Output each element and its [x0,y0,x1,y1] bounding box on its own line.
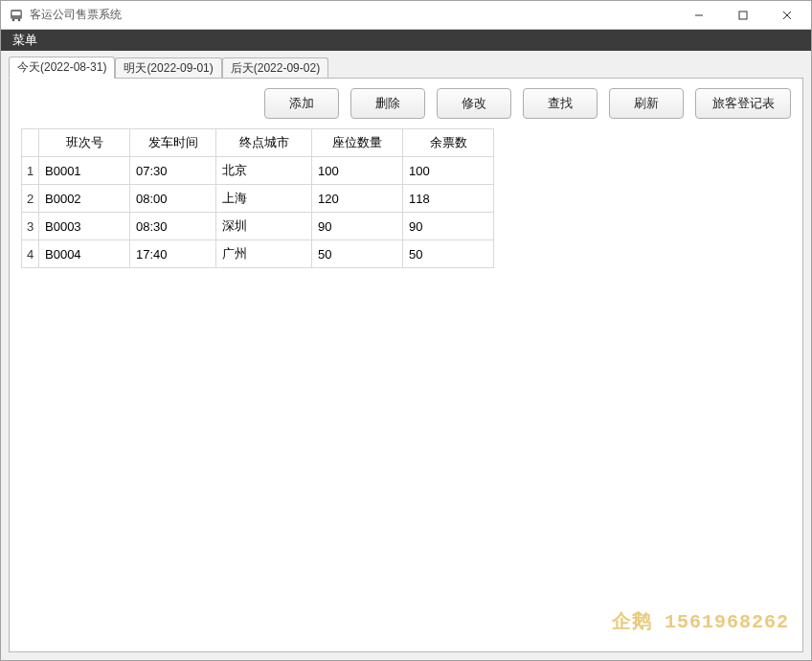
cell-remaining[interactable]: 100 [403,157,494,185]
cell-depart-time[interactable]: 08:30 [130,213,216,240]
cell-depart-time[interactable]: 08:00 [130,185,216,213]
table-row[interactable]: 3B000308:30深圳9090 [22,213,494,240]
cell-seat-count[interactable]: 50 [312,240,403,268]
table-row[interactable]: 4B000417:40广州5050 [22,240,494,268]
cell-bus-no[interactable]: B0003 [39,213,130,240]
svg-point-2 [12,18,15,21]
row-index: 3 [22,213,39,240]
svg-point-3 [18,18,21,21]
svg-rect-1 [12,11,21,15]
cell-bus-no[interactable]: B0002 [39,185,130,213]
table-corner [22,129,39,157]
table-row[interactable]: 1B000107:30北京100100 [22,157,494,185]
titlebar: 客运公司售票系统 [1,1,811,30]
cell-seat-count[interactable]: 100 [312,157,403,185]
cell-remaining[interactable]: 90 [403,213,494,240]
col-header-seat-count[interactable]: 座位数量 [312,129,403,157]
table-container: 班次号 发车时间 终点城市 座位数量 余票数 1B000107:30北京1001… [10,128,802,651]
tab-tomorrow[interactable]: 明天(2022-09-01) [115,57,221,79]
cell-depart-time[interactable]: 07:30 [130,157,216,185]
add-button[interactable]: 添加 [264,88,339,119]
row-index: 4 [22,240,39,268]
row-index: 2 [22,185,39,213]
content-frame: 添加 删除 修改 查找 刷新 旅客登记表 班次号 发车时间 终点城市 座位数量 … [9,78,803,652]
passenger-register-button[interactable]: 旅客登记表 [695,88,791,119]
col-header-bus-no[interactable]: 班次号 [39,129,130,157]
cell-bus-no[interactable]: B0004 [39,240,130,268]
col-header-dest-city[interactable]: 终点城市 [216,129,312,157]
close-icon [782,11,792,20]
search-button[interactable]: 查找 [523,88,598,119]
maximize-icon [738,11,748,20]
cell-dest-city[interactable]: 上海 [216,185,312,213]
cell-depart-time[interactable]: 17:40 [130,240,216,268]
delete-button[interactable]: 删除 [350,88,425,119]
svg-rect-5 [739,11,747,19]
window-title: 客运公司售票系统 [30,7,122,23]
cell-dest-city[interactable]: 广州 [216,240,312,268]
menu-main[interactable]: 菜单 [9,30,41,51]
cell-bus-no[interactable]: B0001 [39,157,130,185]
cell-dest-city[interactable]: 北京 [216,157,312,185]
cell-dest-city[interactable]: 深圳 [216,213,312,240]
tabbar: 今天(2022-08-31) 明天(2022-09-01) 后天(2022-09… [1,57,811,78]
cell-remaining[interactable]: 50 [403,240,494,268]
cell-remaining[interactable]: 118 [403,185,494,213]
close-button[interactable] [765,2,809,29]
col-header-depart-time[interactable]: 发车时间 [130,129,216,157]
schedule-table[interactable]: 班次号 发车时间 终点城市 座位数量 余票数 1B000107:30北京1001… [21,128,494,268]
refresh-button[interactable]: 刷新 [609,88,684,119]
menubar: 菜单 [1,30,811,51]
cell-seat-count[interactable]: 90 [312,213,403,240]
cell-seat-count[interactable]: 120 [312,185,403,213]
tab-today[interactable]: 今天(2022-08-31) [9,57,115,79]
minimize-icon [694,11,704,20]
modify-button[interactable]: 修改 [437,88,511,119]
row-index: 1 [22,157,39,185]
main-window: 客运公司售票系统 菜单 今天(2022-08-31) 明天(2022-09-01… [0,0,812,661]
maximize-button[interactable] [721,2,765,29]
tab-day-after[interactable]: 后天(2022-09-02) [222,57,328,79]
app-bus-icon [9,8,24,23]
table-row[interactable]: 2B000208:00上海120118 [22,185,494,213]
minimize-button[interactable] [677,2,721,29]
col-header-remaining[interactable]: 余票数 [403,129,494,157]
toolbar: 添加 删除 修改 查找 刷新 旅客登记表 [10,79,802,128]
